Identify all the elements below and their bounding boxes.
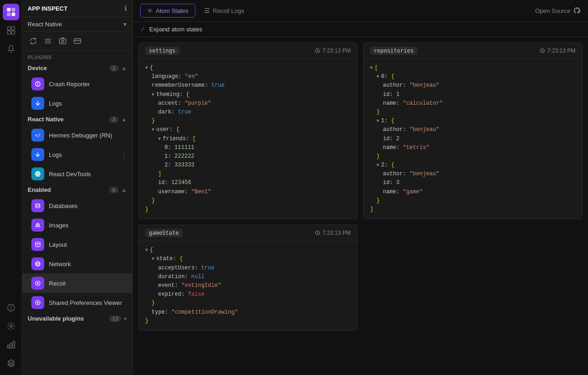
tab-recoil-logs-label: Recoil Logs [213,7,244,14]
shared-pref-icon [31,296,44,309]
refresh-button[interactable] [28,36,39,47]
expand-check-icon: ✓ [140,25,146,33]
chevron-up-icon3: ▲ [121,187,127,193]
tab-recoil-logs[interactable]: ☰ Recoil Logs [197,4,251,18]
svg-rect-1 [12,8,15,12]
crash-reporter-icon [31,77,44,90]
expand-bar[interactable]: ✓ Expand atom states [133,22,588,37]
network-icon [31,257,44,270]
layout-icon [31,238,44,251]
device-selector[interactable]: React Native ▾ [22,17,132,32]
svg-rect-18 [59,39,66,44]
svg-point-30 [36,204,40,205]
atom-time-gamestate: 7:23:13 PM [315,230,351,236]
atom-card-settings: settings 7:23:13 PM ▼{ language: "en" re… [138,42,358,219]
menu-button[interactable] [42,36,53,47]
plugin-dots-icon: ⋮ [120,150,128,159]
chevron-up-icon: ▲ [121,65,127,71]
svg-rect-5 [12,27,15,30]
bar-chart-icon[interactable] [3,336,19,353]
plugin-logs-rn[interactable]: Logs ⋮ [22,145,132,164]
plugin-databases[interactable]: Databases [22,196,132,215]
layers-icon[interactable] [3,355,19,371]
device-label: React Native [28,21,62,28]
svg-rect-6 [7,31,11,34]
svg-text:</>: </> [35,133,41,138]
app-icon[interactable] [3,4,19,20]
plugin-react-devtools[interactable]: React DevTools [22,164,132,184]
svg-point-10 [11,309,12,310]
atom-body-settings: ▼{ language: "en" rememberUsername: true… [139,59,357,219]
plugin-recoil[interactable]: Recoil [22,274,132,293]
plugin-network[interactable]: Network [22,254,132,274]
recoil-logs-tab-icon: ☰ [204,7,210,14]
sidebar-toolbar [22,32,132,51]
atom-time-settings: 7:23:13 PM [315,48,351,54]
svg-rect-7 [12,31,15,34]
atom-header-settings: settings 7:23:13 PM [139,43,357,59]
section-enabled[interactable]: Enabled 6 ▲ [22,184,132,196]
svg-rect-20 [74,39,81,43]
section-unavailable[interactable]: Unavailable plugins 13 ▾ [22,312,132,325]
content-area: settings 7:23:13 PM ▼{ language: "en" re… [133,37,588,375]
atom-time-repositories: 7:23:13 PM [540,48,576,54]
plugins-label: PLUGINS [22,51,132,62]
atom-body-repositories: ▼[ ▼0: { author: "benjeau" id: 1 name: "… [364,59,582,219]
plugin-images[interactable]: Images [22,215,132,235]
plugin-layout[interactable]: Layout [22,235,132,254]
device-chevron-icon: ▾ [123,21,127,28]
svg-rect-3 [12,12,15,16]
section-device[interactable]: Device 2 ▲ [22,62,132,74]
svg-rect-13 [10,343,12,348]
hermes-icon: </> [31,129,44,142]
svg-rect-14 [13,341,15,348]
grid-icon[interactable] [3,22,19,39]
alert-circle-icon[interactable] [3,299,19,316]
svg-point-42 [37,302,39,304]
atom-card-gamestate: gameState 7:23:13 PM ▼{ ▼state: { accept… [138,225,358,331]
databases-icon [31,199,44,212]
sidebar-header: APP INSPECT ℹ [22,0,132,17]
github-icon [573,7,581,14]
info-icon[interactable]: ℹ [124,5,127,12]
logs-rn-icon [31,148,44,161]
main-panel: ⚛ Atom States ☰ Recoil Logs Open Source … [133,0,588,375]
svg-point-40 [37,282,39,284]
window-button[interactable] [72,36,83,47]
atom-key-repositories: repositories [370,47,417,55]
atom-states-tab-icon: ⚛ [147,7,153,14]
svg-rect-0 [7,8,11,12]
icon-rail [0,0,22,375]
atom-body-gamestate: ▼{ ▼state: { acceptUsers: true duration:… [139,241,357,330]
plugin-hermes-debugger[interactable]: </> Hermes Debugger (RN) [22,125,132,145]
screenshot-button[interactable] [57,36,68,47]
chevron-up-icon2: ▲ [121,116,127,123]
atom-key-gamestate: gameState [145,229,182,237]
images-icon [31,219,44,232]
recoil-icon [31,277,44,290]
chevron-down-icon: ▾ [124,315,127,322]
svg-rect-12 [7,345,9,348]
plugin-crash-reporter[interactable]: Crash Reporter [22,74,132,94]
svg-rect-2 [7,12,11,16]
plugin-logs-device[interactable]: Logs [22,94,132,113]
atom-card-repositories: repositories 7:23:13 PM ▼[ ▼0: { author:… [363,42,582,219]
tabs-container: ⚛ Atom States ☰ Recoil Logs [140,4,251,18]
app-title: APP INSPECT [28,5,67,12]
open-source-link[interactable]: Open Source [535,7,581,14]
open-source-label: Open Source [535,7,570,14]
sidebar: APP INSPECT ℹ React Native ▾ [22,0,133,375]
expand-label: Expand atom states [149,26,202,33]
section-react-native[interactable]: React Native 3 ▲ [22,113,132,125]
svg-point-11 [10,325,12,327]
bell-icon[interactable] [3,41,19,57]
tab-atom-states[interactable]: ⚛ Atom States [140,4,195,18]
tab-atom-states-label: Atom States [156,7,188,14]
settings-icon[interactable] [3,318,19,334]
logs-device-icon [31,97,44,110]
svg-point-24 [37,85,38,86]
react-devtools-icon [31,167,44,180]
svg-point-19 [62,40,64,42]
main-tabs: ⚛ Atom States ☰ Recoil Logs Open Source [133,0,588,22]
plugin-shared-preferences[interactable]: Shared Preferences Viewer [22,293,132,312]
